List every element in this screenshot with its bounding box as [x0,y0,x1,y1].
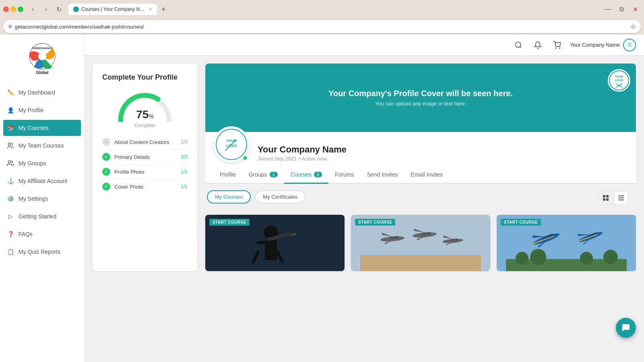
sidebar-item-getting-started[interactable]: ▷ Getting Started [0,208,84,225]
checklist-item-2: ✓ Profile Photo 1/1 [102,165,188,179]
filter-my-courses[interactable]: My Courses [207,190,251,204]
profile-name: Your Company Name [258,144,347,155]
close-window-icon[interactable]: ✕ [630,4,641,15]
restore-window-icon[interactable]: ⧉ [616,4,627,15]
courses-badge: 8 [314,172,322,177]
secure-icon: ⚙ [8,24,12,29]
sidebar-item-groups[interactable]: My Groups [0,154,84,172]
dashboard-icon: ✏️ [6,88,14,97]
main-content: Complete Your Profile 75% [85,56,644,362]
sidebar-label-groups: My Groups [19,160,46,167]
sidebar-item-affiliate[interactable]: ⚓ My Affiliate Account [0,172,84,190]
course-card-0[interactable]: START COURSE [205,215,345,271]
svg-rect-28 [618,197,624,198]
sidebar-item-team-courses[interactable]: My Team Courses [0,137,84,154]
new-tab-button[interactable]: + [158,4,169,15]
view-controls [599,191,628,205]
company-name-text: Your Company Name [570,42,620,48]
url-input[interactable] [15,24,628,30]
tab-send-invites[interactable]: Send Invites [360,167,404,184]
svg-point-7 [556,47,557,48]
sidebar-label-getting-started: Getting Started [19,213,56,220]
svg-rect-24 [606,195,609,197]
address-bar[interactable]: ⚙ ☆ [3,20,641,33]
sidebar-item-courses[interactable]: 📚 My Courses [3,120,81,136]
close-button[interactable] [3,6,9,12]
company-name-header[interactable]: Your Company Name YOUR LOGO [570,39,636,51]
browser-chrome: ‹ › ↻ Courses | Your Company Name × + — … [0,0,644,19]
gauge-percent: 75 [136,108,149,121]
reload-button[interactable]: ↻ [53,4,64,15]
forward-button[interactable]: › [40,4,52,15]
svg-rect-27 [618,195,624,196]
sidebar-item-quiz-reports[interactable]: 📋 My Quiz Reports [0,243,84,261]
getting-started-icon: ▷ [6,212,14,220]
minimize-window-icon[interactable]: — [602,4,613,15]
check-score-1: 3/3 [181,154,188,160]
maximize-button[interactable] [18,6,23,12]
sidebar-item-faqs[interactable]: ❓ FAQs [0,225,84,243]
tab-email-invites[interactable]: Email Invites [405,167,449,184]
profile-info-row: YOUR LOGO Your Company Name [205,132,636,167]
svg-point-6 [516,42,521,47]
svg-rect-25 [603,198,605,201]
search-icon[interactable] [512,39,525,51]
list-view-button[interactable] [614,191,628,205]
tab-favicon [73,6,79,12]
tab-groups-label: Groups [249,171,267,178]
tab-profile[interactable]: Profile [213,167,242,184]
window-controls[interactable] [3,6,23,12]
profile-completion-card: Complete Your Profile 75% [93,64,197,271]
sidebar-item-profile[interactable]: 👤 My Profile [0,101,84,119]
active-tab[interactable]: Courses | Your Company Name × [68,4,157,15]
gauge-sup: % [149,113,153,119]
tab-forums[interactable]: Forums [328,167,360,184]
profile-avatar-wrap: YOUR LOGO [213,126,250,162]
gauge-label: Complete [134,123,155,128]
content-area: Complete Your Profile 75% [85,56,644,279]
cover-subtitle: You can upload any image or text here. [375,101,466,107]
svg-rect-26 [606,198,609,201]
svg-rect-29 [618,200,624,200]
sidebar-label-affiliate: My Affiliate Account [19,178,67,184]
profile-meta: Joined Sep 2021 • Active now [258,156,347,162]
sidebar-label-quiz-reports: My Quiz Reports [19,249,60,255]
profile-tabs-container: Profile Groups 1 Courses 8 For [205,167,636,184]
check-label-1: Primary Details [114,154,177,160]
course-card-2[interactable]: START COURSE [497,215,636,271]
svg-point-54 [516,252,528,265]
app-container: GetAConnect Global ✏️ My Dashboard 👤 My … [0,35,644,362]
back-button[interactable]: ‹ [27,4,39,15]
chat-button[interactable] [616,318,636,338]
grid-view-button[interactable] [599,191,613,205]
checklist-item-1: ✓ Primary Details 3/3 [102,150,188,165]
tab-title: Courses | Your Company Name [81,6,147,12]
sidebar-label-settings: My Settings [19,195,48,202]
cart-icon[interactable] [551,39,564,51]
sidebar-nav: ✏️ My Dashboard 👤 My Profile 📚 My Course… [0,84,84,362]
tab-groups[interactable]: Groups 1 [242,167,284,184]
svg-point-57 [603,250,618,264]
quiz-reports-icon: 📋 [6,248,14,256]
course-thumbnail-0: START COURSE [205,215,345,271]
course-card-1[interactable]: START COURSE [351,215,490,271]
course-badge-1: START COURSE [355,219,395,226]
sidebar-item-dashboard[interactable]: ✏️ My Dashboard [0,84,84,101]
profile-icon: 👤 [6,106,14,114]
svg-point-4 [8,143,11,145]
tab-courses[interactable]: Courses 8 [284,167,328,184]
bell-icon[interactable] [531,39,544,51]
svg-text:LOGO: LOGO [615,79,623,82]
tab-close-icon[interactable]: × [149,6,152,12]
svg-point-5 [8,160,11,163]
svg-point-56 [580,252,593,265]
bookmark-icon[interactable]: ☆ [630,23,636,31]
sidebar-item-settings[interactable]: ⚙️ My Settings [0,190,84,208]
course-badge-2: START COURSE [501,219,541,226]
sidebar-label-profile: My Profile [19,107,43,113]
svg-text:Global: Global [36,70,48,75]
minimize-button[interactable] [10,6,16,12]
svg-rect-32 [265,240,277,260]
filter-my-certificates[interactable]: My Certificates [255,190,305,204]
svg-point-8 [559,47,560,48]
